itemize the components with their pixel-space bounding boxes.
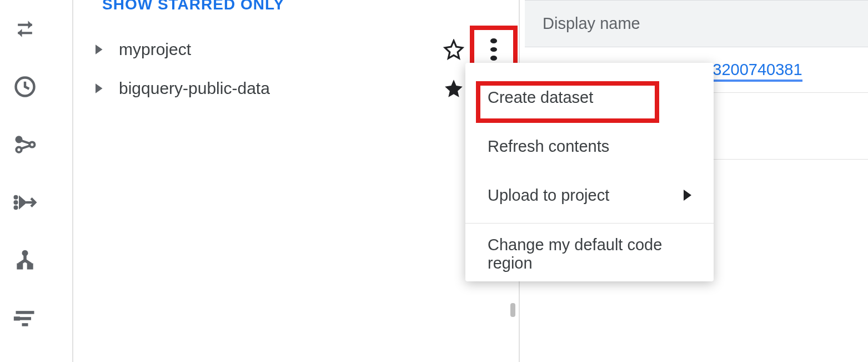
table-column-header[interactable]: Display name (525, 0, 868, 47)
svg-point-8 (15, 196, 17, 199)
filter-icon[interactable] (13, 306, 37, 330)
tree-item-label: myproject (119, 40, 191, 59)
more-vert-icon (483, 38, 505, 61)
svg-rect-16 (16, 311, 34, 314)
fork-icon[interactable] (13, 248, 37, 272)
svg-rect-18 (22, 323, 28, 326)
chevron-right-icon[interactable] (90, 80, 107, 97)
svg-line-7 (21, 146, 30, 149)
import-icon[interactable] (13, 190, 37, 215)
show-starred-toggle[interactable]: SHOW STARRED ONLY (73, 0, 518, 13)
menu-item-change-default-region[interactable]: Change my default code region (465, 227, 714, 281)
svg-point-9 (15, 201, 17, 204)
menu-item-create-dataset[interactable]: Create dataset (465, 73, 714, 122)
share-icon[interactable] (13, 132, 37, 157)
svg-rect-17 (19, 317, 31, 320)
tree-item-bigquery-public-data[interactable]: bigquery-public-data (73, 69, 518, 108)
menu-separator (465, 223, 714, 224)
menu-item-upload-to-project[interactable]: Upload to project (465, 171, 714, 220)
clock-icon[interactable] (13, 75, 37, 99)
menu-item-refresh-contents[interactable]: Refresh contents (465, 122, 714, 171)
svg-point-10 (15, 206, 17, 209)
context-menu: Create dataset Refresh contents Upload t… (465, 63, 714, 281)
tree-item-myproject[interactable]: myproject (73, 30, 518, 69)
svg-rect-19 (14, 316, 20, 320)
left-icon-rail (0, 0, 50, 362)
svg-line-6 (21, 141, 30, 143)
chevron-right-icon (684, 190, 691, 201)
tree-item-label: bigquery-public-data (119, 79, 270, 98)
scrollbar-thumb[interactable] (510, 303, 515, 317)
star-filled-icon[interactable] (443, 78, 464, 99)
transfer-icon[interactable] (13, 17, 37, 41)
svg-point-4 (16, 147, 21, 152)
explorer-panel: SHOW STARRED ONLY myproject bigquery-pub… (73, 0, 518, 108)
chevron-right-icon[interactable] (90, 41, 107, 58)
star-outline-icon[interactable] (443, 39, 464, 60)
